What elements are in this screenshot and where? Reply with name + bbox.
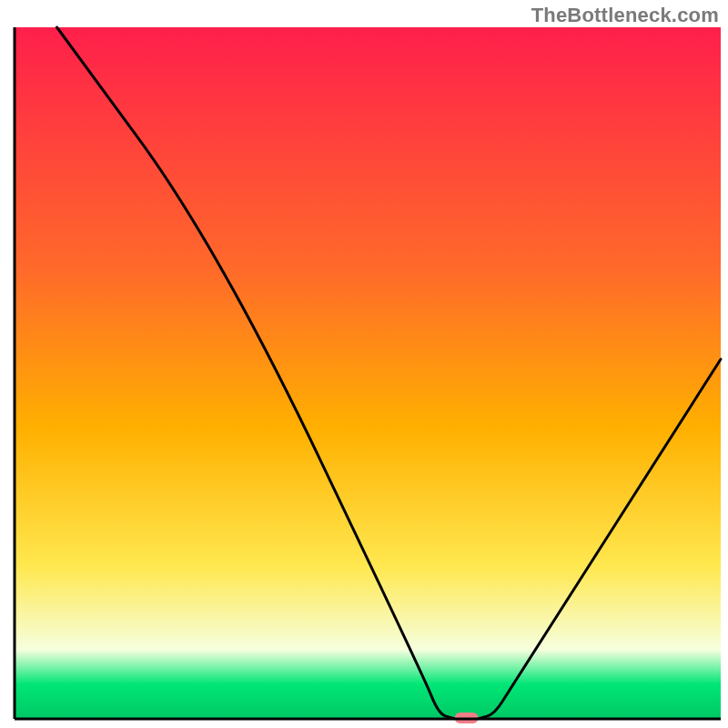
watermark-text: TheBottleneck.com <box>531 4 719 27</box>
chart-container: TheBottleneck.com <box>0 0 728 728</box>
bottleneck-chart <box>0 0 728 728</box>
gradient-background <box>15 27 721 719</box>
